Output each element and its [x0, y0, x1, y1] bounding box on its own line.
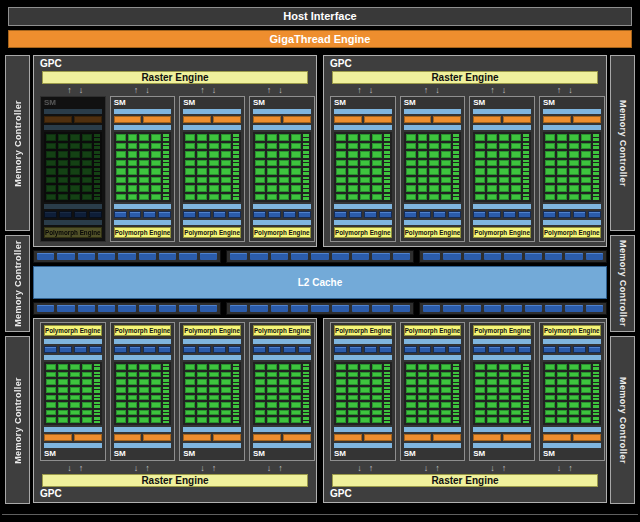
core-cell	[581, 364, 591, 370]
ldst-column	[303, 134, 309, 141]
core-cell	[360, 185, 370, 192]
core-cell	[429, 387, 439, 393]
ldst-cell	[94, 421, 100, 423]
sm-block: Polymorph EngineSM	[330, 322, 396, 461]
core-cell	[70, 410, 80, 416]
ldst-cell	[453, 177, 459, 180]
ldst-column	[593, 160, 599, 167]
ldst-cell	[233, 185, 239, 188]
sm-block: SMPolymorph Engine	[469, 96, 535, 242]
core-row	[475, 160, 529, 167]
arrow-down-icon: ↓	[200, 463, 205, 473]
ldst-cell	[233, 364, 239, 366]
sm-label: SM	[472, 449, 532, 459]
core-cell	[82, 387, 92, 393]
core-cell	[475, 134, 485, 141]
l2-strip-segment	[504, 305, 521, 312]
core-cell	[545, 177, 555, 184]
core-cell	[545, 410, 555, 416]
ldst-cell	[303, 160, 309, 163]
ldst-cell	[233, 151, 239, 154]
core-cell	[255, 379, 265, 385]
core-cell	[581, 387, 591, 393]
core-cell	[545, 372, 555, 378]
ldst-cell	[523, 177, 529, 180]
core-cell	[70, 194, 80, 201]
ldst-cell	[453, 383, 459, 385]
ldst-cell	[303, 146, 309, 149]
ldst-cell	[453, 134, 459, 137]
core-cell	[151, 417, 161, 423]
memory-controller-block: Memory Controller	[5, 336, 30, 504]
warp-scheduler-segment	[74, 434, 102, 441]
ldst-column	[303, 185, 309, 192]
core-row	[406, 151, 460, 158]
ldst-cell	[233, 405, 239, 407]
ldst-cell	[233, 390, 239, 392]
warp-scheduler-segment	[183, 116, 211, 123]
core-cell	[487, 417, 497, 423]
warp-scheduler-segment	[143, 116, 171, 123]
sm-blue-bar	[253, 339, 311, 344]
core-row	[116, 134, 170, 141]
sm-label: SM	[542, 449, 602, 459]
core-cell	[267, 379, 277, 385]
core-cell	[128, 185, 138, 192]
polymorph-engine-bar: Polymorph Engine	[44, 227, 102, 238]
ldst-cell	[94, 160, 100, 163]
ldst-cell	[163, 155, 169, 158]
ldst-cell	[453, 163, 459, 166]
core-row	[116, 177, 170, 184]
core-cell	[360, 177, 370, 184]
core-cell	[279, 372, 289, 378]
core-cell	[46, 417, 56, 423]
core-cell	[360, 410, 370, 416]
core-row	[255, 194, 309, 201]
core-row	[185, 134, 239, 141]
ldst-column	[163, 372, 169, 378]
core-cell	[499, 402, 509, 408]
core-cell	[441, 364, 451, 370]
core-cell	[197, 372, 207, 378]
ldst-column	[233, 177, 239, 184]
ldst-cell	[384, 134, 390, 137]
ldst-cell	[94, 390, 100, 392]
polymorph-engine-bar: Polymorph Engine	[473, 325, 531, 336]
ldst-column	[523, 160, 529, 167]
ldst-cell	[453, 379, 459, 381]
l2-strip-segment	[250, 253, 267, 260]
ldst-column	[523, 410, 529, 416]
arrow-pair: ↓↑	[465, 463, 532, 473]
core-cell	[221, 160, 231, 167]
l2-strip-segment	[37, 253, 54, 260]
l2-strip-segment	[271, 253, 288, 260]
ldst-cell	[384, 151, 390, 154]
sm-blue-bar	[253, 204, 311, 209]
texture-segment	[44, 346, 57, 353]
core-row	[406, 134, 460, 141]
ldst-cell	[523, 163, 529, 166]
raster-sm-arrows: ↑↓↑↓↑↓↑↓	[42, 85, 308, 95]
core-cell	[487, 143, 497, 150]
core-row	[46, 417, 100, 423]
core-row	[406, 387, 460, 393]
core-cell	[429, 417, 439, 423]
disabled-sm-block: SMPolymorph Engine	[40, 96, 106, 242]
core-row	[406, 143, 460, 150]
ldst-cell	[384, 177, 390, 180]
sm-label: SM	[333, 449, 393, 459]
sm-blue-bar	[473, 220, 531, 225]
core-cell	[372, 387, 382, 393]
ldst-column	[94, 160, 100, 167]
core-cell	[209, 194, 219, 201]
core-cell	[511, 387, 521, 393]
texture-segment	[419, 211, 432, 218]
core-row	[185, 372, 239, 378]
sm-blue-bar	[44, 427, 102, 432]
l2-strip-segment	[586, 305, 603, 312]
texture-segment	[158, 211, 171, 218]
ldst-cell	[233, 180, 239, 183]
arrow-down-icon: ↓	[145, 85, 150, 95]
core-cell	[197, 387, 207, 393]
l2-strip-group	[419, 250, 607, 263]
